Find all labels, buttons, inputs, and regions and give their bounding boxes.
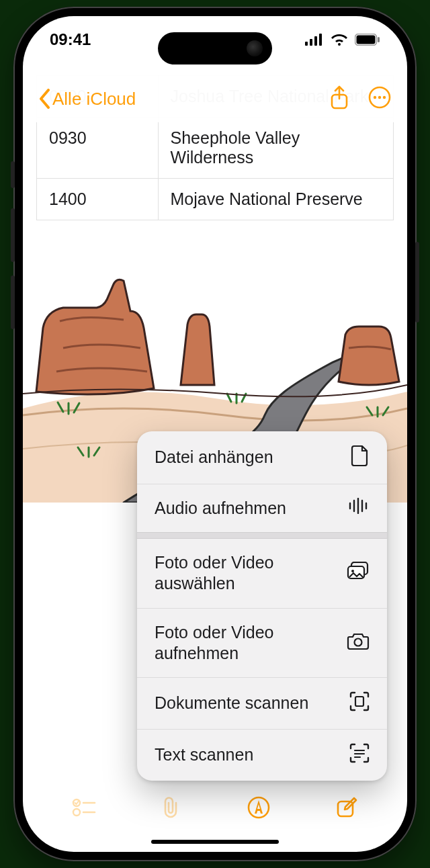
table-row: 0930Sheephole Valley Wilderness [37, 118, 394, 179]
chevron-left-icon [39, 89, 51, 109]
menu-item-label: Datei anhängen [155, 447, 273, 468]
share-icon [329, 85, 349, 110]
markup-icon [247, 796, 270, 819]
menu-separator [137, 532, 387, 539]
note-toolbar [23, 785, 407, 833]
menu-item-label: Text scannen [155, 744, 253, 765]
document-icon [351, 445, 370, 470]
attachment-button[interactable] [161, 796, 181, 822]
menu-item-record-audio[interactable]: Audio aufnehmen [137, 484, 387, 532]
power-button [415, 242, 419, 322]
menu-item-label: Foto oder Video aufnehmen [155, 622, 329, 664]
checklist-button[interactable] [72, 797, 96, 820]
share-button[interactable] [329, 85, 349, 112]
table-row: 1400Mojave National Preserve [37, 179, 394, 220]
back-label: Alle iCloud [52, 89, 136, 110]
menu-item-attach-file[interactable]: Datei anhängen [137, 431, 387, 484]
svg-point-19 [351, 570, 354, 572]
status-time: 09:41 [50, 30, 91, 49]
dynamic-island [158, 32, 272, 64]
table-cell-time: 1400 [37, 179, 159, 220]
nav-bar: Alle iCloud [23, 75, 407, 122]
home-indicator[interactable] [151, 840, 279, 844]
menu-item-scan-docs[interactable]: Dokumente scannen [137, 677, 387, 729]
camera-icon [347, 632, 370, 654]
volume-up-button [11, 208, 15, 262]
mute-switch [11, 161, 15, 188]
menu-item-choose-media[interactable]: Foto oder Video auswählen [137, 539, 387, 608]
back-button[interactable]: Alle iCloud [39, 89, 136, 110]
svg-rect-2 [314, 36, 317, 46]
paperclip-icon [161, 796, 181, 819]
menu-item-scan-text[interactable]: Text scannen [137, 729, 387, 781]
doc-scanner-icon [349, 691, 370, 715]
table-cell-time: 0930 [37, 118, 159, 179]
svg-rect-6 [378, 37, 380, 42]
battery-icon [355, 34, 380, 46]
attachment-menu: Datei anhängenAudio aufnehmenFoto oder V… [137, 431, 387, 781]
svg-rect-1 [310, 39, 312, 46]
phone-frame: 09:41 Alle iCloud [13, 7, 417, 861]
screen: 09:41 Alle iCloud [23, 16, 407, 852]
svg-rect-0 [305, 42, 308, 46]
table-cell-place: Sheephole Valley Wilderness [158, 118, 393, 179]
ellipsis-circle-icon [368, 86, 391, 109]
more-button[interactable] [368, 86, 391, 112]
status-indicators [305, 33, 380, 46]
menu-item-capture-media[interactable]: Foto oder Video aufnehmen [137, 608, 387, 678]
menu-item-label: Dokumente scannen [155, 693, 308, 713]
markup-button[interactable] [247, 796, 270, 822]
photo-library-icon [347, 562, 370, 584]
waveform-icon [348, 498, 370, 518]
menu-item-label: Audio aufnehmen [155, 498, 286, 519]
svg-point-26 [73, 809, 80, 816]
wifi-icon [331, 33, 348, 46]
svg-point-20 [355, 638, 362, 646]
checklist-icon [72, 797, 96, 818]
compose-button[interactable] [335, 796, 358, 822]
svg-rect-21 [355, 697, 363, 706]
compose-icon [335, 796, 358, 819]
menu-item-label: Foto oder Video auswählen [155, 552, 329, 595]
table-cell-place: Mojave National Preserve [158, 179, 393, 220]
svg-rect-3 [319, 34, 322, 46]
svg-rect-5 [357, 36, 376, 44]
cellular-icon [305, 34, 324, 46]
svg-point-9 [374, 96, 376, 99]
svg-point-11 [383, 96, 386, 99]
volume-down-button [11, 275, 15, 329]
svg-point-10 [378, 96, 381, 99]
text-scanner-icon [349, 743, 370, 767]
